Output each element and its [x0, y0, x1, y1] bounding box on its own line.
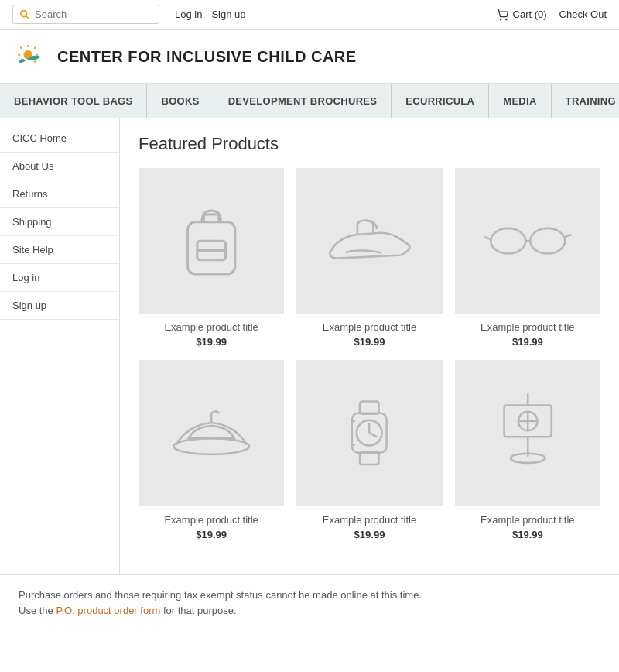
search-container[interactable] — [12, 5, 159, 24]
svg-rect-12 — [188, 222, 235, 274]
svg-point-15 — [491, 228, 525, 254]
product-image-2 — [296, 168, 442, 314]
sidebar-item-site-help[interactable]: Site Help — [0, 236, 119, 264]
product-image-5 — [296, 360, 442, 506]
nav-bar: BEHAVIOR TOOL BAGS BOOKS DEVELOPMENT BRO… — [0, 84, 619, 118]
watch-icon — [322, 386, 416, 480]
logo-container[interactable]: CENTER FOR INCLUSIVE CHILD CARE — [15, 43, 604, 70]
signup-link[interactable]: Sign up — [211, 9, 245, 20]
search-icon — [19, 9, 30, 20]
product-image-6 — [455, 360, 600, 506]
product-image-1 — [139, 168, 284, 314]
sidebar-item-login[interactable]: Log in — [0, 264, 119, 292]
product-title-1: Example product title — [164, 321, 258, 333]
sidebar-item-shipping[interactable]: Shipping — [0, 208, 119, 236]
svg-rect-27 — [360, 452, 378, 465]
top-bar: Log in Sign up Cart (0) Check Out — [0, 0, 619, 29]
po-form-link[interactable]: P.O. product order form — [56, 605, 160, 616]
product-card-3[interactable]: Example product title $19.99 — [455, 168, 600, 348]
product-card-1[interactable]: Example product title $19.99 — [139, 168, 284, 348]
nav-item-behavior-tool-bags[interactable]: BEHAVIOR TOOL BAGS — [0, 84, 147, 118]
product-price-4: $19.99 — [196, 529, 227, 540]
product-price-2: $19.99 — [354, 336, 385, 348]
svg-point-16 — [530, 228, 565, 254]
product-title-6: Example product title — [480, 514, 574, 526]
main-content: CICC Home About Us Returns Shipping Site… — [0, 118, 619, 574]
product-price-6: $19.99 — [512, 529, 543, 540]
product-area: Featured Products Example product title … — [120, 118, 619, 574]
product-price-1: $19.99 — [196, 336, 227, 348]
svg-line-1 — [26, 15, 29, 19]
search-input[interactable] — [35, 9, 152, 20]
nav-item-ecurricula[interactable]: ECURRICULA — [392, 84, 489, 118]
svg-point-3 — [505, 19, 506, 19]
svg-point-20 — [173, 439, 249, 454]
svg-line-19 — [565, 235, 571, 237]
product-image-3 — [455, 168, 600, 314]
sidebar: CICC Home About Us Returns Shipping Site… — [0, 118, 120, 574]
svg-line-25 — [369, 433, 377, 437]
svg-point-0 — [21, 10, 27, 16]
footer-note-text3: for that purpose. — [160, 605, 236, 616]
nav-item-development-brochures[interactable]: DEVELOPMENT BROCHURES — [214, 84, 392, 118]
top-bar-right: Cart (0) Check Out — [496, 9, 607, 21]
footer-note: Purchase orders and those requiring tax … — [0, 575, 619, 639]
hat-icon — [164, 386, 258, 480]
logo-area: CENTER FOR INCLUSIVE CHILD CARE — [0, 30, 619, 84]
shoe-icon — [322, 194, 416, 288]
product-title-3: Example product title — [480, 321, 574, 333]
product-title-2: Example product title — [323, 321, 416, 333]
login-link[interactable]: Log in — [175, 9, 202, 20]
product-price-5: $19.99 — [354, 529, 385, 540]
nav-item-media[interactable]: MEDIA — [489, 84, 551, 118]
backpack-icon — [164, 194, 258, 288]
footer-note-text2: Use the — [19, 605, 56, 616]
product-title-5: Example product title — [323, 514, 416, 526]
svg-line-18 — [484, 237, 491, 239]
svg-rect-26 — [360, 402, 378, 414]
product-grid: Example product title $19.99 Example pro… — [139, 168, 600, 540]
product-title-4: Example product title — [164, 514, 258, 526]
cart-area[interactable]: Cart (0) — [496, 9, 547, 21]
top-bar-links: Log in Sign up — [175, 9, 246, 20]
cart-label: Cart (0) — [513, 9, 547, 20]
sidebar-item-signup[interactable]: Sign up — [0, 292, 119, 320]
logo-text: CENTER FOR INCLUSIVE CHILD CARE — [57, 48, 357, 66]
lamp-icon — [480, 386, 575, 480]
product-card-2[interactable]: Example product title $19.99 — [296, 168, 442, 348]
footer-note-text1: Purchase orders and those requiring tax … — [19, 589, 422, 601]
product-card-6[interactable]: Example product title $19.99 — [455, 360, 600, 540]
product-card-4[interactable]: Example product title $19.99 — [139, 360, 284, 540]
sidebar-item-returns[interactable]: Returns — [0, 180, 119, 208]
glasses-icon — [480, 194, 575, 288]
svg-line-6 — [34, 47, 36, 49]
svg-line-11 — [20, 47, 22, 49]
featured-title: Featured Products — [139, 134, 600, 154]
cart-icon — [496, 9, 508, 21]
product-card-5[interactable]: Example product title $19.99 — [296, 360, 442, 540]
nav-item-training-toolkits[interactable]: TRAINING TOOLKITS — [552, 84, 619, 118]
svg-line-8 — [34, 61, 36, 63]
logo-icon — [15, 43, 50, 70]
nav-item-books[interactable]: BOOKS — [147, 84, 214, 118]
sidebar-item-about-us[interactable]: About Us — [0, 153, 119, 180]
checkout-link[interactable]: Check Out — [559, 9, 607, 20]
product-image-4 — [139, 360, 284, 506]
svg-point-2 — [500, 19, 501, 19]
product-price-3: $19.99 — [512, 336, 543, 348]
sidebar-item-cicc-home[interactable]: CICC Home — [0, 125, 119, 153]
